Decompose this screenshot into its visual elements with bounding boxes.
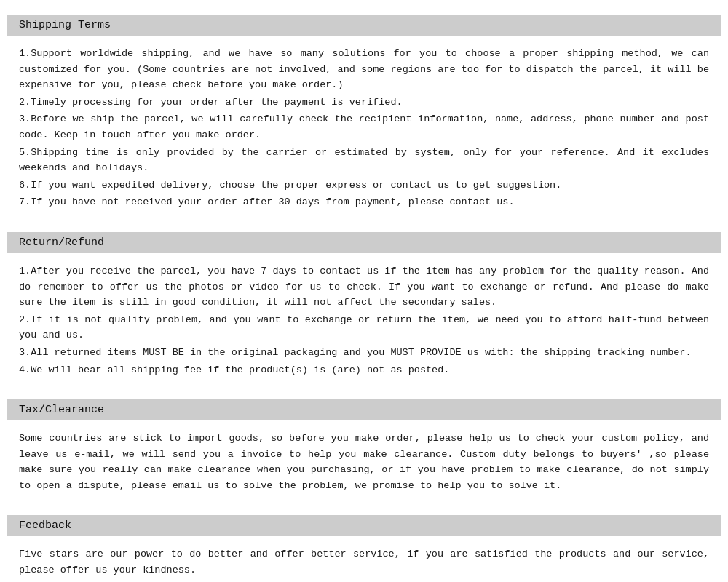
paragraph-shipping-terms-3: 5.Shipping time is only provided by the …	[19, 145, 709, 176]
section-header-tax-clearance: Tax/Clearance	[7, 399, 721, 420]
paragraph-tax-clearance-0: Some countries are stick to import goods…	[19, 431, 709, 493]
paragraph-shipping-terms-0: 1.Support worldwide shipping, and we hav…	[19, 46, 709, 93]
section-return-refund: Return/Refund1.After you receive the par…	[7, 232, 721, 386]
paragraph-return-refund-0: 1.After you receive the parcel, you have…	[19, 263, 709, 311]
paragraph-shipping-terms-2: 3.Before we ship the parcel, we will car…	[19, 111, 709, 143]
section-body-return-refund: 1.After you receive the parcel, you have…	[7, 260, 721, 386]
section-body-shipping-terms: 1.Support worldwide shipping, and we hav…	[7, 43, 721, 219]
paragraph-shipping-terms-5: 7.If you have not received your order af…	[19, 194, 709, 210]
section-header-shipping-terms: Shipping Terms	[7, 15, 721, 36]
paragraph-shipping-terms-1: 2.Timely processing for your order after…	[19, 95, 709, 111]
section-body-tax-clearance: Some countries are stick to import goods…	[7, 428, 721, 502]
section-feedback: FeedbackFive stars are our power to do b…	[7, 515, 721, 582]
section-header-feedback: Feedback	[7, 515, 721, 536]
section-header-return-refund: Return/Refund	[7, 232, 721, 253]
section-body-feedback: Five stars are our power to do better an…	[7, 543, 721, 582]
section-shipping-terms: Shipping Terms1.Support worldwide shippi…	[7, 15, 721, 219]
paragraph-return-refund-2: 3.All returned items MUST BE in the orig…	[19, 345, 709, 361]
paragraph-return-refund-1: 2.If it is not quality problem, and you …	[19, 312, 709, 343]
paragraph-feedback-0: Five stars are our power to do better an…	[19, 546, 709, 578]
page-container: Shipping Terms1.Support worldwide shippi…	[7, 15, 721, 582]
section-tax-clearance: Tax/ClearanceSome countries are stick to…	[7, 399, 721, 502]
paragraph-shipping-terms-4: 6.If you want expedited delivery, choose…	[19, 178, 709, 194]
paragraph-return-refund-3: 4.We will bear all shipping fee if the p…	[19, 362, 709, 378]
